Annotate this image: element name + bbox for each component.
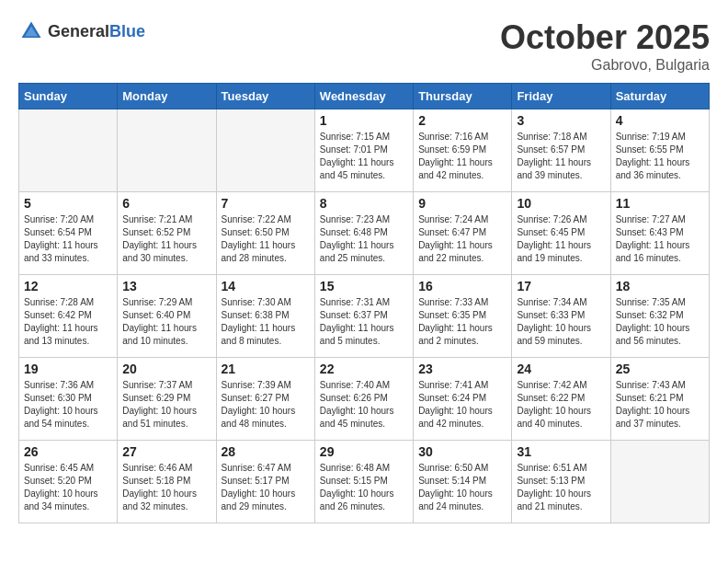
day-info: Sunrise: 7:41 AM Sunset: 6:24 PM Dayligh…: [418, 379, 506, 431]
day-info: Sunrise: 7:28 AM Sunset: 6:42 PM Dayligh…: [24, 296, 112, 348]
day-info: Sunrise: 7:43 AM Sunset: 6:21 PM Dayligh…: [616, 379, 704, 431]
day-info: Sunrise: 7:18 AM Sunset: 6:57 PM Dayligh…: [517, 131, 605, 182]
day-info: Sunrise: 7:16 AM Sunset: 6:59 PM Dayligh…: [418, 131, 506, 182]
day-info: Sunrise: 6:51 AM Sunset: 5:13 PM Dayligh…: [517, 462, 605, 513]
location-title: Gabrovo, Bulgaria: [500, 57, 710, 74]
calendar-week-4: 19Sunrise: 7:36 AM Sunset: 6:30 PM Dayli…: [19, 358, 710, 441]
calendar-cell: 20Sunrise: 7:37 AM Sunset: 6:29 PM Dayli…: [118, 358, 216, 441]
day-info: Sunrise: 7:27 AM Sunset: 6:43 PM Dayligh…: [616, 213, 704, 265]
header-row: SundayMondayTuesdayWednesdayThursdayFrid…: [19, 84, 710, 109]
calendar-cell: 18Sunrise: 7:35 AM Sunset: 6:32 PM Dayli…: [610, 275, 709, 358]
day-number: 10: [517, 196, 605, 211]
day-number: 12: [24, 279, 112, 293]
column-header-saturday: Saturday: [610, 84, 709, 109]
calendar-cell: 10Sunrise: 7:26 AM Sunset: 6:45 PM Dayli…: [512, 192, 610, 275]
day-info: Sunrise: 7:31 AM Sunset: 6:37 PM Dayligh…: [320, 296, 408, 348]
calendar-cell: 15Sunrise: 7:31 AM Sunset: 6:37 PM Dayli…: [314, 275, 413, 358]
month-title: October 2025: [500, 18, 710, 57]
day-info: Sunrise: 7:19 AM Sunset: 6:55 PM Dayligh…: [616, 131, 704, 182]
calendar-cell: 11Sunrise: 7:27 AM Sunset: 6:43 PM Dayli…: [610, 192, 709, 275]
logo-icon: [18, 18, 44, 44]
calendar-cell: 27Sunrise: 6:46 AM Sunset: 5:18 PM Dayli…: [118, 441, 216, 523]
calendar-cell: 21Sunrise: 7:39 AM Sunset: 6:27 PM Dayli…: [216, 358, 314, 441]
calendar-cell: 14Sunrise: 7:30 AM Sunset: 6:38 PM Dayli…: [216, 275, 314, 358]
day-number: 4: [616, 113, 704, 128]
day-number: 2: [418, 113, 506, 128]
day-number: 30: [418, 444, 506, 459]
calendar-cell: 4Sunrise: 7:19 AM Sunset: 6:55 PM Daylig…: [610, 109, 709, 192]
day-info: Sunrise: 7:33 AM Sunset: 6:35 PM Dayligh…: [418, 296, 506, 348]
day-number: 19: [24, 362, 112, 376]
calendar-week-3: 12Sunrise: 7:28 AM Sunset: 6:42 PM Dayli…: [19, 275, 710, 358]
calendar-cell: 1Sunrise: 7:15 AM Sunset: 7:01 PM Daylig…: [314, 109, 413, 192]
column-header-monday: Monday: [118, 84, 216, 109]
calendar-cell: [216, 109, 314, 192]
calendar-cell: [118, 109, 216, 192]
column-header-friday: Friday: [512, 84, 610, 109]
day-number: 16: [418, 279, 506, 293]
column-header-tuesday: Tuesday: [216, 84, 314, 109]
calendar-cell: 3Sunrise: 7:18 AM Sunset: 6:57 PM Daylig…: [512, 109, 610, 192]
calendar-cell: 23Sunrise: 7:41 AM Sunset: 6:24 PM Dayli…: [414, 358, 512, 441]
day-number: 14: [222, 279, 310, 293]
day-info: Sunrise: 7:42 AM Sunset: 6:22 PM Dayligh…: [517, 379, 605, 431]
day-info: Sunrise: 7:40 AM Sunset: 6:26 PM Dayligh…: [320, 379, 408, 431]
calendar-week-5: 26Sunrise: 6:45 AM Sunset: 5:20 PM Dayli…: [19, 441, 710, 523]
day-number: 26: [24, 444, 112, 459]
calendar-cell: 6Sunrise: 7:21 AM Sunset: 6:52 PM Daylig…: [118, 192, 216, 275]
day-info: Sunrise: 6:45 AM Sunset: 5:20 PM Dayligh…: [24, 462, 112, 513]
calendar-cell: [19, 109, 118, 192]
column-header-wednesday: Wednesday: [314, 84, 413, 109]
calendar-cell: 12Sunrise: 7:28 AM Sunset: 6:42 PM Dayli…: [19, 275, 118, 358]
day-info: Sunrise: 7:29 AM Sunset: 6:40 PM Dayligh…: [122, 296, 210, 348]
day-number: 18: [616, 279, 704, 293]
day-number: 6: [122, 196, 210, 211]
calendar-week-1: 1Sunrise: 7:15 AM Sunset: 7:01 PM Daylig…: [19, 109, 710, 192]
day-number: 28: [222, 444, 310, 459]
calendar-cell: 17Sunrise: 7:34 AM Sunset: 6:33 PM Dayli…: [512, 275, 610, 358]
day-number: 15: [320, 279, 408, 293]
calendar-cell: 30Sunrise: 6:50 AM Sunset: 5:14 PM Dayli…: [414, 441, 512, 523]
day-number: 13: [122, 279, 210, 293]
day-info: Sunrise: 7:24 AM Sunset: 6:47 PM Dayligh…: [418, 213, 506, 265]
calendar-table: SundayMondayTuesdayWednesdayThursdayFrid…: [18, 83, 710, 523]
title-section: October 2025 Gabrovo, Bulgaria: [500, 18, 710, 74]
day-number: 22: [320, 362, 408, 376]
day-number: 29: [320, 444, 408, 459]
calendar-cell: 8Sunrise: 7:23 AM Sunset: 6:48 PM Daylig…: [314, 192, 413, 275]
calendar-cell: [610, 441, 709, 523]
calendar-cell: 24Sunrise: 7:42 AM Sunset: 6:22 PM Dayli…: [512, 358, 610, 441]
day-number: 20: [122, 362, 210, 376]
day-number: 1: [320, 113, 408, 128]
column-header-thursday: Thursday: [414, 84, 512, 109]
day-info: Sunrise: 7:34 AM Sunset: 6:33 PM Dayligh…: [517, 296, 605, 348]
day-number: 9: [418, 196, 506, 211]
day-info: Sunrise: 7:26 AM Sunset: 6:45 PM Dayligh…: [517, 213, 605, 265]
calendar-cell: 16Sunrise: 7:33 AM Sunset: 6:35 PM Dayli…: [414, 275, 512, 358]
calendar-cell: 25Sunrise: 7:43 AM Sunset: 6:21 PM Dayli…: [610, 358, 709, 441]
day-info: Sunrise: 7:36 AM Sunset: 6:30 PM Dayligh…: [24, 379, 112, 431]
day-info: Sunrise: 7:22 AM Sunset: 6:50 PM Dayligh…: [222, 213, 310, 265]
day-number: 5: [24, 196, 112, 211]
day-info: Sunrise: 6:47 AM Sunset: 5:17 PM Dayligh…: [222, 462, 310, 513]
day-info: Sunrise: 7:23 AM Sunset: 6:48 PM Dayligh…: [320, 213, 408, 265]
day-info: Sunrise: 7:37 AM Sunset: 6:29 PM Dayligh…: [122, 379, 210, 431]
calendar-cell: 22Sunrise: 7:40 AM Sunset: 6:26 PM Dayli…: [314, 358, 413, 441]
day-number: 17: [517, 279, 605, 293]
day-number: 27: [122, 444, 210, 459]
calendar-cell: 31Sunrise: 6:51 AM Sunset: 5:13 PM Dayli…: [512, 441, 610, 523]
day-number: 21: [222, 362, 310, 376]
calendar-cell: 9Sunrise: 7:24 AM Sunset: 6:47 PM Daylig…: [414, 192, 512, 275]
calendar-cell: 13Sunrise: 7:29 AM Sunset: 6:40 PM Dayli…: [118, 275, 216, 358]
logo: GeneralBlue: [18, 18, 145, 44]
day-info: Sunrise: 7:30 AM Sunset: 6:38 PM Dayligh…: [222, 296, 310, 348]
day-number: 25: [616, 362, 704, 376]
day-number: 23: [418, 362, 506, 376]
day-info: Sunrise: 7:35 AM Sunset: 6:32 PM Dayligh…: [616, 296, 704, 348]
day-info: Sunrise: 7:15 AM Sunset: 7:01 PM Dayligh…: [320, 131, 408, 182]
day-info: Sunrise: 6:46 AM Sunset: 5:18 PM Dayligh…: [122, 462, 210, 513]
calendar-cell: 2Sunrise: 7:16 AM Sunset: 6:59 PM Daylig…: [414, 109, 512, 192]
logo-text-blue: Blue: [109, 22, 145, 40]
logo-text-general: General: [48, 22, 109, 40]
day-info: Sunrise: 7:20 AM Sunset: 6:54 PM Dayligh…: [24, 213, 112, 265]
